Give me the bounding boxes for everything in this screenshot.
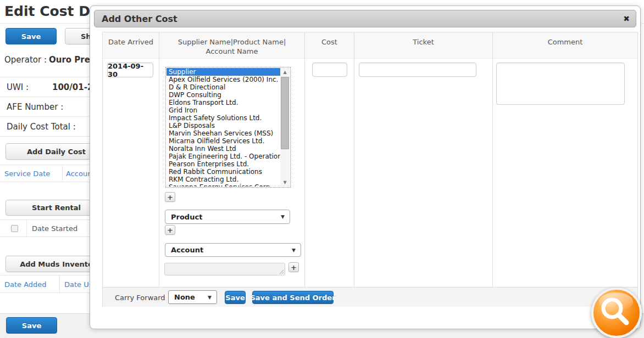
add-account-button[interactable]: + (288, 262, 299, 272)
daily-cost-total-label: Daily Cost Total : (7, 122, 76, 132)
resize-grip-icon[interactable] (279, 269, 284, 274)
close-icon[interactable]: ✖ (623, 15, 630, 22)
caret-down-icon: ▼ (281, 214, 285, 219)
comment-header: Comment (493, 32, 637, 59)
supplier-option[interactable]: Noralta Inn West Ltd (166, 145, 280, 153)
supplier-option[interactable]: Savanna Energy Services Corp. (166, 183, 280, 187)
screen: Edit Cost Deta Save Sho Operator :Ouro P… (0, 0, 644, 338)
date-started-column-label: Date Started (32, 224, 77, 233)
account-extra-input[interactable] (164, 263, 285, 275)
supplier-option[interactable]: Grid Iron (166, 106, 280, 114)
cost-input[interactable] (312, 63, 347, 77)
carry-forward-value: None (174, 293, 195, 301)
date-arrived-header: Date Arrived (103, 32, 159, 59)
service-date-column-link[interactable]: Service Date (4, 170, 50, 178)
supplier-option[interactable]: Micarna Oilfield Services Ltd. (166, 137, 280, 145)
supplier-option[interactable]: Pearson Enterprises Ltd. (166, 160, 280, 168)
page-bottom-save-button[interactable]: Save (6, 317, 57, 334)
rental-select-all-checkbox[interactable] (11, 225, 18, 232)
carry-forward-select[interactable]: None ▼ (168, 290, 217, 304)
column-divider (26, 220, 27, 236)
caret-down-icon: ▼ (292, 247, 296, 253)
add-other-cost-dialog: Add Other Cost ✖ Date Arrived 2014-09-30… (90, 5, 641, 329)
supplier-option[interactable]: DWP Consulting (166, 91, 280, 99)
supplier-option[interactable]: Supplier (166, 68, 280, 76)
supplier-option[interactable]: D & R Directional (166, 83, 280, 91)
product-select-value: Product (171, 213, 202, 221)
account-select-value: Account (171, 246, 203, 254)
column-comment: Comment (493, 32, 637, 287)
date-added-column-link[interactable]: Date Added (4, 280, 47, 288)
carry-forward-label: Carry Forward (115, 293, 165, 301)
account-select[interactable]: Account ▼ (165, 243, 301, 257)
scrollbar-thumb[interactable] (281, 77, 289, 149)
supplier-listbox[interactable]: SupplierApex Oilfield Services (2000) In… (165, 67, 291, 188)
caret-down-icon: ▼ (208, 295, 212, 300)
comment-textarea[interactable] (496, 63, 625, 105)
save-and-send-order-button[interactable]: Save and Send Order (252, 291, 334, 304)
dialog-save-button[interactable]: Save (225, 291, 246, 304)
column-ticket: Ticket (354, 32, 493, 287)
column-divider (59, 275, 60, 292)
ticket-input[interactable] (359, 63, 476, 77)
column-cost: Cost (305, 32, 354, 287)
add-supplier-button[interactable]: + (165, 192, 175, 202)
scroll-down-icon[interactable]: ▼ (280, 178, 290, 187)
listbox-scrollbar[interactable]: ▲ ▼ (280, 68, 290, 187)
supplier-option[interactable]: RKM Contracting Ltd. (166, 176, 280, 183)
afe-label: AFE Number : (7, 102, 63, 112)
supplier-option[interactable]: Red Rabbit Communications (166, 168, 280, 176)
column-supplier: Supplier Name|Product Name|Account Name … (159, 32, 305, 287)
dialog-title: Add Other Cost (102, 14, 177, 24)
uwi-label: UWI : (7, 82, 29, 92)
add-product-button[interactable]: + (165, 225, 175, 235)
scroll-up-icon[interactable]: ▲ (280, 68, 290, 76)
supplier-option[interactable]: Pajak Engineering Ltd. - Operations (166, 153, 280, 160)
dialog-footer-row: Carry Forward None ▼ Save Save and Send … (103, 287, 637, 307)
search-fab-button[interactable] (591, 288, 642, 338)
operator-label: Operator : (4, 55, 47, 65)
cost-header: Cost (305, 32, 354, 59)
supplier-option[interactable]: Apex Oilfield Services (2000) Inc. (166, 76, 280, 83)
dialog-titlebar[interactable]: Add Other Cost ✖ (94, 10, 636, 27)
supplier-option[interactable]: Eldons Transport Ltd. (166, 99, 280, 106)
column-divider (62, 165, 63, 182)
supplier-header: Supplier Name|Product Name|Account Name (159, 32, 304, 59)
product-select[interactable]: Product ▼ (165, 210, 290, 224)
ticket-header: Ticket (354, 32, 492, 59)
page-save-button[interactable]: Save (5, 28, 57, 44)
date-arrived-field[interactable]: 2014-09-30 (107, 63, 153, 77)
magnifier-icon (593, 290, 640, 336)
supplier-option[interactable]: Impact Safety Solutions Ltd. (166, 114, 280, 122)
supplier-option[interactable]: Marvin Sheehan Services (MSS) (166, 129, 280, 137)
column-date-arrived: Date Arrived 2014-09-30 (103, 32, 159, 287)
other-cost-table: Date Arrived 2014-09-30 Supplier Name|Pr… (102, 32, 638, 307)
supplier-option[interactable]: L&P Disposals (166, 122, 280, 129)
